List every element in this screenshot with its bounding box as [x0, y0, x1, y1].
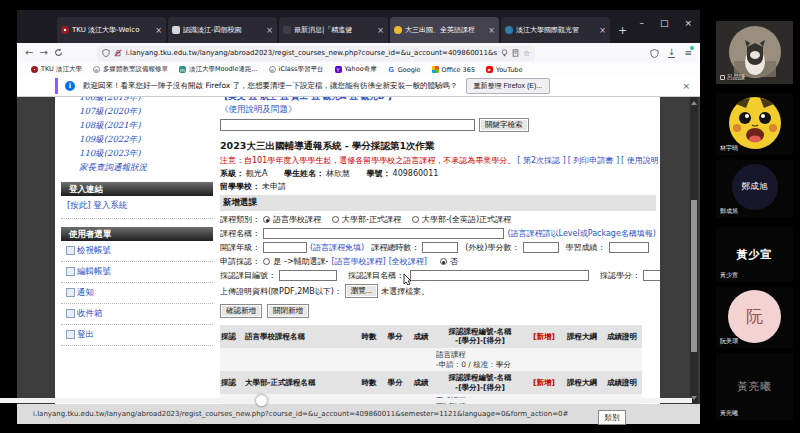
participant-tile[interactable]: 鄭成旭 鄭成旭: [716, 160, 793, 218]
participant-name: 黃少宣: [720, 271, 738, 280]
scrollbar-knob[interactable]: [256, 395, 267, 406]
print-application-link[interactable]: [ 列印申請書 ]: [568, 156, 619, 165]
participant-tile[interactable]: 黃亮曦 黃亮曦: [716, 353, 793, 420]
course-hours-input[interactable]: [422, 242, 458, 253]
bookmark-youtube[interactable]: ▶YouTube: [486, 66, 522, 74]
bookmark-moodle[interactable]: m淡江大學Moodle遠距...: [179, 65, 258, 74]
app-menu-icon[interactable]: ≡: [684, 48, 692, 58]
bookmark-iclass[interactable]: ⊕iClass學習平台: [269, 65, 324, 74]
helper-language-course-link[interactable]: [語言學校課程]: [331, 256, 385, 267]
tab-close-icon[interactable]: ×: [377, 26, 384, 35]
url-text: i.lanyang.tku.edu.tw/lanyang/abroad2023/…: [126, 49, 497, 57]
video-call-sidebar: 呂品謙 林宇晴 鄭成旭 鄭成旭 黃少宣 黃少宣: [700, 0, 800, 433]
pikachu-avatar: [728, 96, 782, 150]
add-language-course-link[interactable]: [新增]: [526, 330, 562, 343]
course-name-input[interactable]: [263, 228, 504, 239]
status-url: i.lanyang.tku.edu.tw/lanyang/abroad2023/…: [33, 410, 568, 418]
add-course-section-header: 新增選課: [220, 195, 656, 211]
course-score-input[interactable]: [609, 242, 649, 253]
participant-tile[interactable]: 林宇晴: [716, 93, 793, 155]
tab-close-icon[interactable]: ×: [488, 26, 495, 35]
tracking-shield-icon[interactable]: [102, 49, 110, 57]
user-menu-header: 使用者選單: [61, 227, 213, 241]
radio-apply-yes[interactable]: [263, 258, 270, 265]
page-favicon: [172, 26, 180, 34]
tab-title: 大三出國、全英語課程: [405, 25, 485, 35]
new-tab-button[interactable]: +: [618, 24, 627, 37]
usage-guide-link[interactable]: [ 使用說明 ]: [621, 156, 660, 165]
tab-close-icon[interactable]: ×: [266, 26, 273, 35]
participant-tile[interactable]: 呂品謙: [716, 21, 793, 84]
bookmark-office365[interactable]: Office 365: [432, 66, 475, 74]
radio-apply-no[interactable]: [440, 258, 447, 265]
course-grade-input[interactable]: [263, 242, 307, 253]
radio-language-course[interactable]: [263, 216, 270, 223]
reader-view-icon[interactable]: [512, 49, 519, 57]
sidebar-year-link[interactable]: 110級(2023年): [61, 146, 213, 160]
tab-close-icon[interactable]: ×: [155, 26, 162, 35]
bookmark-tku[interactable]: TKU 淡江大學: [31, 65, 82, 74]
sidebar-parent-status-link[interactable]: 家長查詢通報狀況: [61, 160, 213, 174]
menu-edit-account[interactable]: 編輯帳號: [61, 262, 213, 283]
tab-tourism[interactable]: 淡江大學國際觀光管 ×: [501, 17, 610, 43]
participant-name: 鄭成旭: [720, 207, 738, 216]
bookmark-google[interactable]: GGoogle: [388, 66, 421, 74]
tab-abroad-system[interactable]: 大三出國、全英語課程 ×: [390, 17, 499, 43]
globe-favicon: [505, 26, 513, 34]
participant-name: 林宇晴: [720, 144, 738, 153]
bookmark-repair-form[interactable]: ⊕多媒體教室設備報修單: [93, 65, 168, 74]
sidebar-year-link[interactable]: 108級(2021年): [61, 118, 213, 132]
sidebar-year-link[interactable]: 109級(2022年): [61, 132, 213, 146]
maximize-button[interactable]: □: [660, 18, 669, 28]
lightbulb-icon[interactable]: [501, 49, 508, 57]
keyword-search-input[interactable]: [220, 119, 475, 131]
add-formal-course-link[interactable]: [新增]: [526, 376, 562, 389]
address-bar[interactable]: i.lanyang.tku.edu.tw/lanyang/abroad2023/…: [97, 46, 535, 61]
second-recognition-link[interactable]: [ 第2次採認 ]: [517, 156, 565, 165]
menu-inbox[interactable]: 收件箱: [61, 304, 213, 325]
login-link[interactable]: [按此] 登入系統: [61, 196, 213, 219]
close-window-button[interactable]: ×: [684, 18, 692, 28]
firefox-window: TKU 淡江大學-Welco × 認識淡江-四個校園 × 最新消息|「精進健 ×…: [17, 10, 700, 424]
radio-formal-course[interactable]: [332, 216, 339, 223]
course-credits-input[interactable]: [523, 242, 559, 253]
scrollbar-thumb[interactable]: [691, 200, 697, 352]
refresh-firefox-button[interactable]: 重新整理 Firefox (E)...: [466, 78, 550, 94]
menu-view-account[interactable]: 檢視帳號: [61, 241, 213, 262]
minimize-button[interactable]: –: [639, 18, 644, 28]
browse-file-button[interactable]: 瀏覽...: [345, 284, 378, 298]
helper-all-course-link[interactable]: [全校課程]: [389, 256, 427, 267]
vertical-scrollbar[interactable]: [690, 97, 698, 404]
horizontal-scrollbar[interactable]: [0, 398, 692, 403]
menu-notifications[interactable]: 通知: [61, 283, 213, 304]
forward-button[interactable]: →: [39, 48, 47, 58]
sidebar-year-link[interactable]: 107級(2020年): [61, 104, 213, 118]
bookmark-star-icon[interactable]: ☆: [523, 49, 530, 58]
bookmarks-bar: TKU 淡江大學 ⊕多媒體教室設備報修單 m淡江大學Moodle遠距... ⊕i…: [17, 63, 700, 76]
account-shield-icon[interactable]: [650, 49, 659, 58]
insecure-lock-icon[interactable]: [114, 49, 122, 57]
participant-tile[interactable]: 阮 阮美環: [716, 287, 793, 348]
recognized-course-name-input[interactable]: [410, 270, 589, 281]
tab-news[interactable]: 最新消息|「精進健 ×: [279, 17, 388, 43]
tab-about-tku[interactable]: 認識淡江-四個校園 ×: [168, 17, 277, 43]
scroll-up-arrow[interactable]: [691, 101, 697, 105]
tab-tku-home[interactable]: TKU 淡江大學-Welco ×: [57, 17, 166, 43]
back-button[interactable]: ←: [25, 48, 33, 58]
sidebar-year-link[interactable]: 106級(2019年): [61, 97, 213, 104]
infobar-close-icon[interactable]: ×: [682, 81, 690, 91]
bookmark-yahoo[interactable]: YYahoo奇摩: [335, 65, 377, 74]
tab-close-icon[interactable]: ×: [599, 26, 606, 35]
usage-help-link[interactable]: 《使用說明及問題》: [220, 104, 656, 116]
recognized-credit-input[interactable]: [643, 270, 660, 281]
menu-logout[interactable]: 登出: [61, 325, 213, 346]
close-add-button[interactable]: 關閉新增: [267, 304, 309, 318]
downloads-icon[interactable]: ↓: [668, 48, 676, 58]
keyword-search-button[interactable]: 關鍵字檢索: [479, 118, 529, 132]
participant-tile[interactable]: 黃少宣 黃少宣: [716, 227, 793, 282]
radio-english-formal-course[interactable]: [412, 216, 419, 223]
reload-button[interactable]: [54, 48, 63, 59]
login-section-header: 登入連結: [61, 182, 213, 196]
recognized-course-no-input[interactable]: [279, 270, 337, 281]
confirm-add-button[interactable]: 確認新增: [220, 304, 262, 318]
